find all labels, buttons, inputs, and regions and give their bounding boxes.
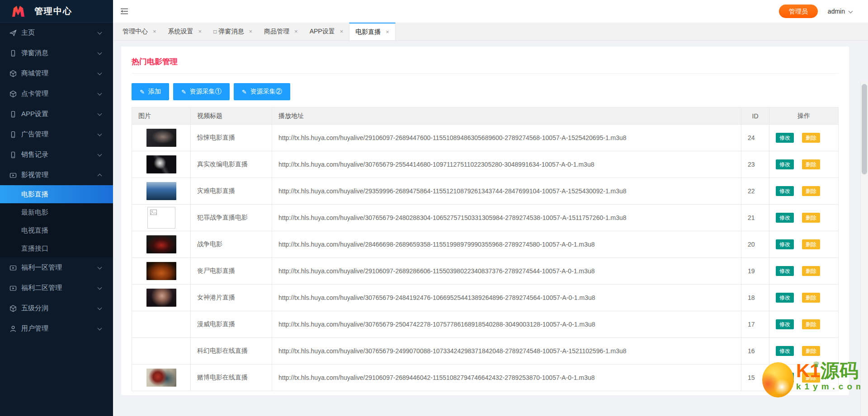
edit-button[interactable]: 修改 (776, 319, 794, 329)
delete-button[interactable]: 删除 (802, 186, 820, 196)
edit-button[interactable]: 修改 (776, 213, 794, 223)
chevron-down-icon (98, 326, 102, 330)
topbar: 管理员 admin (113, 0, 868, 23)
cell-operations: 修改删除 (769, 338, 839, 365)
edit-button[interactable]: 修改 (776, 133, 794, 143)
vertical-scrollbar[interactable]: ▾ (860, 81, 868, 416)
cell-video-title: 漫威电影直播 (191, 311, 272, 338)
delete-button[interactable]: 删除 (802, 319, 820, 329)
edit-button[interactable]: 修改 (776, 293, 794, 303)
sidebar-item-12[interactable]: 用户管理 (0, 318, 113, 339)
button-label: 资源采集② (250, 88, 282, 96)
delete-button[interactable]: 删除 (802, 266, 820, 276)
sidebar-subitem-最新电影[interactable]: 最新电影 (0, 203, 113, 221)
table-row: 战争电影http://tx.hls.huya.com/huyalive/2846… (132, 231, 839, 258)
cell-operations: 修改删除 (769, 365, 839, 391)
sidebar-item-3[interactable]: 商城管理 (0, 63, 113, 84)
pencil-icon: ✎ (181, 89, 186, 95)
cell-video-title: 女神港片直播 (191, 285, 272, 311)
movie-poster-thumbnail (146, 129, 176, 147)
video-icon (9, 172, 17, 179)
phone-icon (9, 50, 17, 57)
divider (132, 73, 839, 74)
sidebar-subitem-直播接口[interactable]: 直播接口 (0, 239, 113, 257)
sidebar-item-2[interactable]: 弹窗消息 (0, 43, 113, 63)
button-添加[interactable]: ✎添加 (132, 83, 169, 100)
cell-id: 23 (741, 151, 769, 178)
sidebar-item-10[interactable]: 福利二区管理 (0, 278, 113, 298)
sidebar-item-1[interactable]: 主页 (0, 23, 113, 43)
tab-close-icon[interactable]: × (386, 28, 389, 35)
cell-video-title: 赌博电影在线直播 (191, 365, 272, 391)
cell-play-url: http://tx.hls.huya.com/huyalive/29106097… (272, 125, 741, 151)
sidebar-item-4[interactable]: 点卡管理 (0, 84, 113, 104)
sidebar-item-6[interactable]: 广告管理 (0, 124, 113, 145)
column-header-视频标题: 视频标题 (191, 108, 272, 125)
app-title: 管理中心 (34, 5, 72, 17)
edit-button[interactable]: 修改 (776, 373, 794, 383)
cell-operations: 修改删除 (769, 205, 839, 231)
sidebar-item-8[interactable]: 影视管理 (0, 165, 113, 185)
broken-image-placeholder (147, 207, 175, 229)
chevron-down-icon (98, 305, 102, 310)
edit-button[interactable]: 修改 (776, 346, 794, 356)
content-area: 热门电影管理 ✎添加✎资源采集①✎资源采集② 图片视频标题播放地址ID操作 惊悚… (113, 41, 868, 416)
tab-弹窗消息[interactable]: □弹窗消息× (208, 23, 258, 40)
admin-user-dropdown[interactable]: admin (828, 8, 852, 15)
cell-image (132, 125, 191, 151)
table-row: 科幻电影在线直播http://tx.hls.huya.com/huyalive/… (132, 338, 839, 365)
collapse-sidebar-icon[interactable] (120, 8, 129, 15)
cell-operations: 修改删除 (769, 258, 839, 285)
movie-poster-thumbnail (146, 289, 176, 307)
edit-button[interactable]: 修改 (776, 266, 794, 276)
tab-label: 商品管理 (264, 28, 289, 36)
chevron-down-icon (98, 152, 102, 156)
cell-operations: 修改删除 (769, 151, 839, 178)
delete-button[interactable]: 删除 (802, 159, 820, 169)
tab-label: 电影直播 (355, 28, 381, 36)
delete-button[interactable]: 删除 (802, 133, 820, 143)
delete-button[interactable]: 删除 (802, 239, 820, 249)
cell-image (132, 365, 191, 391)
sidebar-subitem-电影直播[interactable]: 电影直播 (0, 185, 113, 203)
user-icon (9, 325, 17, 332)
phone-icon (9, 111, 17, 118)
sidebar-item-label: 主页 (21, 28, 35, 37)
main-area: 管理员 admin 管理中心×系统设置×□弹窗消息×商品管理×APP设置×电影直… (113, 0, 868, 416)
button-资源采集②[interactable]: ✎资源采集② (234, 83, 290, 100)
tab-close-icon[interactable]: × (294, 28, 298, 35)
edit-button[interactable]: 修改 (776, 186, 794, 196)
delete-button[interactable]: 删除 (802, 346, 820, 356)
delete-button[interactable]: 删除 (802, 373, 820, 383)
sidebar-item-9[interactable]: 福利一区管理 (0, 257, 113, 278)
tab-APP设置[interactable]: APP设置× (304, 23, 349, 40)
tab-电影直播[interactable]: 电影直播× (349, 23, 396, 40)
tab-close-icon[interactable]: × (153, 28, 156, 35)
tab-系统设置[interactable]: 系统设置× (162, 23, 208, 40)
sidebar-menu: 主页弹窗消息商城管理点卡管理APP设置广告管理销售记录影视管理电影直播最新电影电… (0, 23, 113, 416)
movie-poster-thumbnail (146, 235, 176, 253)
cell-play-url: http://tx.hls.huya.com/huyalive/30765679… (272, 285, 741, 311)
delete-button[interactable]: 删除 (802, 293, 820, 303)
delete-button[interactable]: 删除 (802, 213, 820, 223)
tab-label: APP设置 (310, 28, 335, 36)
tab-close-icon[interactable]: × (249, 28, 252, 35)
sidebar-item-7[interactable]: 销售记录 (0, 145, 113, 165)
sidebar-item-5[interactable]: APP设置 (0, 104, 113, 124)
tab-商品管理[interactable]: 商品管理× (258, 23, 304, 40)
sidebar-item-11[interactable]: 五级分润 (0, 298, 113, 318)
phone-icon (9, 151, 17, 159)
edit-button[interactable]: 修改 (776, 159, 794, 169)
tab-close-icon[interactable]: × (340, 28, 344, 35)
column-header-ID: ID (741, 108, 769, 125)
scrollbar-thumb[interactable] (862, 84, 867, 174)
action-button-bar: ✎添加✎资源采集①✎资源采集② (132, 83, 839, 100)
admin-role-badge[interactable]: 管理员 (779, 5, 818, 18)
cell-image (132, 338, 191, 365)
tab-管理中心[interactable]: 管理中心× (117, 23, 162, 40)
sidebar-subitem-电视直播[interactable]: 电视直播 (0, 221, 113, 239)
tab-close-icon[interactable]: × (198, 28, 202, 35)
sidebar-item-label: 福利二区管理 (21, 284, 62, 292)
edit-button[interactable]: 修改 (776, 239, 794, 249)
button-资源采集①[interactable]: ✎资源采集① (173, 83, 230, 100)
